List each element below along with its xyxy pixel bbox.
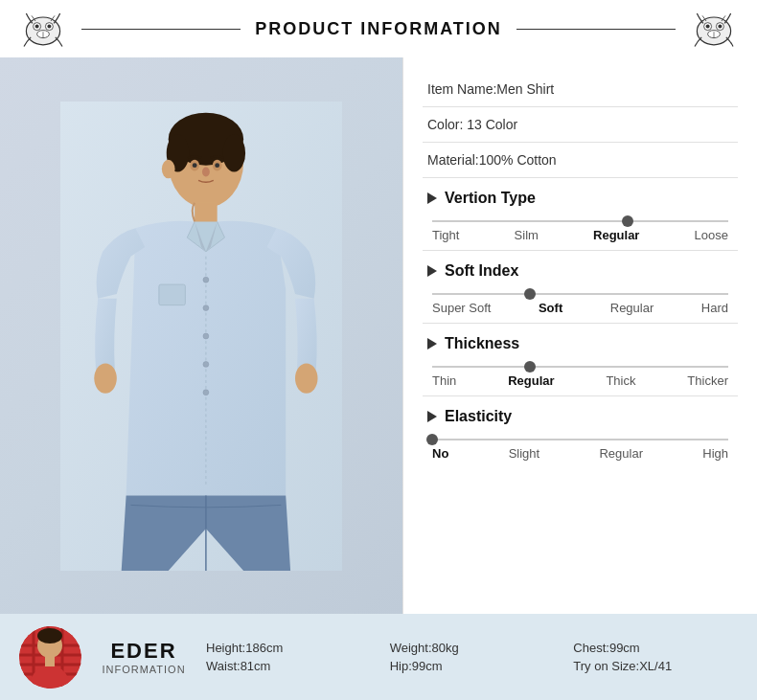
stat-height: Height:186cm — [206, 641, 371, 655]
svg-point-23 — [202, 167, 210, 176]
svg-point-33 — [203, 389, 209, 395]
stat-hip: Hip:99cm — [390, 659, 555, 673]
svg-point-30 — [203, 305, 209, 310]
model-avatar — [19, 626, 81, 689]
stat-waist: Waist:81cm — [206, 659, 371, 673]
soft-label-1: Soft — [539, 301, 562, 315]
svg-point-46 — [37, 628, 62, 644]
soft-labels: Super Soft Soft Regular Hard — [432, 301, 728, 315]
vertion-track — [432, 220, 728, 222]
thickness-labels: Thin Regular Thick Thicker — [432, 373, 728, 388]
elasticity-label-0: No — [432, 446, 448, 461]
soft-triangle-icon — [427, 265, 437, 277]
material-text: Material:100% Cotton — [427, 152, 557, 168]
content-area: Item Name:Men Shirt Color: 13 Color Mate… — [0, 57, 757, 614]
color-text: Color: 13 Color — [427, 117, 517, 132]
color-row: Color: 13 Color — [423, 107, 738, 143]
vertion-title: Vertion Type — [427, 190, 733, 207]
svg-point-10 — [706, 25, 710, 29]
header-line-right — [516, 29, 676, 30]
tiger-left-icon — [19, 10, 67, 48]
vertion-label-2: Regular — [593, 228, 639, 242]
soft-slider-container: Super Soft Soft Regular Hard — [432, 293, 728, 315]
material-row: Material:100% Cotton — [423, 143, 738, 178]
vertion-dot — [622, 215, 633, 227]
model-info-footer: EDER INFORMATION Height:186cm Weight:80k… — [0, 614, 757, 700]
thickness-label-2: Thick — [606, 373, 635, 388]
svg-point-27 — [295, 363, 318, 393]
vertion-label-1: Silm — [515, 228, 539, 242]
svg-point-22 — [215, 163, 219, 168]
stat-try-on: Try on Size:XL/41 — [573, 659, 738, 673]
stat-chest: Chest:99cm — [573, 641, 738, 655]
soft-dot — [524, 288, 536, 300]
elasticity-label-2: Regular — [599, 446, 643, 461]
thickness-label-0: Thin — [432, 373, 456, 388]
vertion-triangle-icon — [427, 192, 437, 204]
thickness-dot — [524, 361, 536, 373]
main-container: PRODUCT INFORMATION — [0, 0, 757, 700]
model-stats-grid: Height:186cm Weight:80kg Chest:99cm Wais… — [206, 641, 738, 673]
header: PRODUCT INFORMATION — [0, 0, 757, 57]
model-name-text: EDER — [96, 639, 192, 664]
svg-point-11 — [718, 25, 722, 29]
svg-point-3 — [35, 25, 39, 29]
elasticity-track — [432, 439, 728, 440]
svg-point-31 — [203, 333, 209, 339]
vertion-slider-container: Tight Silm Regular Loose — [432, 220, 728, 242]
svg-point-24 — [162, 159, 175, 178]
vertion-label-0: Tight — [432, 228, 459, 242]
svg-point-18 — [223, 134, 246, 171]
vertion-label-3: Loose — [695, 228, 728, 242]
soft-label-0: Super Soft — [432, 301, 491, 315]
elasticity-slider-container: No Slight Regular High — [432, 439, 728, 461]
elasticity-labels: No Slight Regular High — [432, 446, 728, 461]
thickness-slider-container: Thin Regular Thick Thicker — [432, 366, 728, 388]
svg-point-29 — [203, 277, 209, 282]
vertion-labels: Tight Silm Regular Loose — [432, 228, 728, 242]
thickness-title-text: Thickness — [445, 335, 519, 352]
product-info-panel: Item Name:Men Shirt Color: 13 Color Mate… — [402, 57, 757, 614]
header-line-left — [81, 29, 241, 30]
svg-rect-34 — [159, 284, 185, 305]
item-name-row: Item Name:Men Shirt — [423, 72, 738, 107]
thickness-track — [432, 366, 728, 368]
shirt-person-svg — [57, 102, 345, 571]
vertion-title-text: Vertion Type — [445, 190, 536, 207]
elasticity-section: Elasticity No Slight Regular High — [423, 396, 738, 468]
elasticity-label-1: Slight — [509, 446, 540, 461]
soft-label-3: Hard — [701, 301, 728, 315]
stat-weight: Weight:80kg — [390, 641, 555, 655]
svg-point-26 — [94, 363, 117, 393]
elasticity-triangle-icon — [427, 411, 437, 422]
soft-title: Soft Index — [427, 262, 733, 280]
shirt-figure — [0, 57, 402, 614]
soft-label-2: Regular — [610, 301, 654, 315]
svg-point-32 — [203, 361, 209, 367]
thickness-section: Thickness Thin Regular Thick Thicker — [423, 324, 738, 396]
elasticity-dot — [426, 434, 438, 445]
svg-rect-47 — [45, 657, 55, 666]
thickness-title: Thickness — [427, 335, 733, 352]
vertion-type-section: Vertion Type Tight Silm Regular Loose — [423, 178, 738, 251]
thickness-label-3: Thicker — [687, 373, 728, 388]
svg-point-4 — [47, 25, 51, 29]
elasticity-title-text: Elasticity — [445, 408, 512, 425]
svg-point-21 — [193, 163, 197, 168]
item-name-text: Item Name:Men Shirt — [427, 81, 554, 97]
tiger-right-icon — [690, 10, 738, 48]
elasticity-title: Elasticity — [427, 408, 733, 425]
model-name-block: EDER INFORMATION — [96, 639, 192, 675]
soft-title-text: Soft Index — [445, 262, 518, 280]
header-title: PRODUCT INFORMATION — [255, 19, 502, 39]
thickness-triangle-icon — [427, 338, 437, 350]
elasticity-label-3: High — [702, 446, 728, 461]
soft-index-section: Soft Index Super Soft Soft Regular Hard — [423, 251, 738, 324]
model-info-label: INFORMATION — [96, 664, 192, 675]
thickness-label-1: Regular — [508, 373, 554, 388]
soft-track — [432, 293, 728, 295]
product-image-container — [0, 57, 402, 614]
